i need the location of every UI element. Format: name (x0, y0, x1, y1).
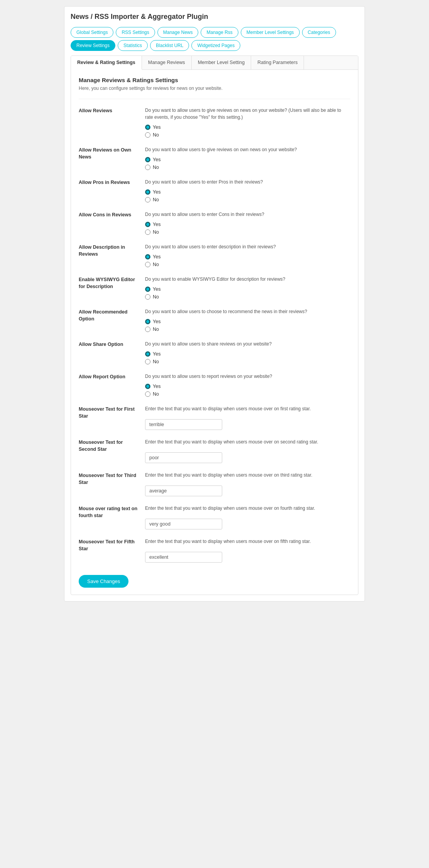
setting-label-6: Allow Recommended Option (79, 308, 140, 322)
radio-label-yes-8[interactable]: Yes (145, 384, 350, 389)
setting-label-0: Allow Reviews (79, 107, 140, 115)
top-nav-btn-manage-news[interactable]: Manage News (157, 27, 199, 38)
setting-row-5: Enable WYSIWYG Editor for DescriptionDo … (79, 276, 350, 300)
radio-label-no-2[interactable]: No (145, 197, 350, 202)
radio-input-yes-3[interactable] (145, 222, 150, 227)
setting-content-0: Do you want to allow users to give revie… (140, 107, 350, 138)
setting-row-7: Allow Share OptionDo you want to allow u… (79, 340, 350, 364)
setting-row-4: Allow Description in ReviewsDo you want … (79, 243, 350, 267)
radio-input-yes-5[interactable] (145, 287, 150, 292)
radio-label-yes-5[interactable]: Yes (145, 287, 350, 292)
radio-text-no-1: No (153, 165, 159, 170)
radio-label-no-6[interactable]: No (145, 327, 350, 332)
radio-label-no-4[interactable]: No (145, 262, 350, 267)
setting-label-11: Mouseover Text for Third Star (79, 472, 140, 486)
setting-row-1: Allow Reviews on Own NewsDo you want to … (79, 146, 350, 170)
top-nav-btn-blacklist-url[interactable]: Blacklist URL (150, 40, 189, 51)
text-input-13[interactable] (145, 552, 222, 563)
radio-label-yes-7[interactable]: Yes (145, 351, 350, 357)
radio-label-no-5[interactable]: No (145, 294, 350, 300)
radio-group-3: YesNo (145, 222, 350, 235)
setting-row-6: Allow Recommended OptionDo you want to a… (79, 308, 350, 332)
setting-row-12: Mouse over rating text on fourth starEnt… (79, 505, 350, 529)
radio-input-no-1[interactable] (145, 165, 150, 170)
top-nav-btn-widgetized-pages[interactable]: Widgetized Pages (191, 40, 240, 51)
radio-input-no-0[interactable] (145, 132, 150, 138)
setting-label-13: Mouseover Text for Fifth Star (79, 538, 140, 552)
setting-question-11: Enter the text that you want to display … (145, 472, 350, 479)
radio-input-yes-6[interactable] (145, 319, 150, 324)
radio-label-yes-1[interactable]: Yes (145, 157, 350, 162)
setting-content-10: Enter the text that you want to display … (140, 438, 350, 463)
radio-text-yes-0: Yes (153, 125, 160, 130)
radio-group-7: YesNo (145, 351, 350, 364)
radio-label-no-7[interactable]: No (145, 359, 350, 364)
radio-group-4: YesNo (145, 254, 350, 267)
setting-question-3: Do you want to allow users to enter Cons… (145, 211, 350, 218)
text-input-12[interactable] (145, 519, 222, 529)
top-nav-btn-manage-rss[interactable]: Manage Rss (201, 27, 238, 38)
radio-input-yes-0[interactable] (145, 125, 150, 130)
radio-label-yes-6[interactable]: Yes (145, 319, 350, 324)
radio-input-yes-1[interactable] (145, 157, 150, 162)
radio-text-no-6: No (153, 327, 159, 332)
radio-label-no-8[interactable]: No (145, 391, 350, 397)
radio-input-yes-4[interactable] (145, 254, 150, 260)
radio-group-5: YesNo (145, 287, 350, 300)
setting-row-10: Mouseover Text for Second StarEnter the … (79, 438, 350, 463)
inner-tab-3[interactable]: Rating Parameters (251, 56, 304, 69)
radio-group-1: YesNo (145, 157, 350, 170)
setting-content-3: Do you want to allow users to enter Cons… (140, 211, 350, 235)
radio-input-yes-8[interactable] (145, 384, 150, 389)
radio-label-yes-4[interactable]: Yes (145, 254, 350, 260)
radio-input-yes-2[interactable] (145, 189, 150, 195)
setting-content-8: Do you want to allow users to report rev… (140, 373, 350, 397)
inner-tab-1[interactable]: Manage Reviews (142, 56, 192, 69)
setting-content-5: Do you want to enable WYSIWYG Editor for… (140, 276, 350, 300)
setting-label-2: Allow Pros in Reviews (79, 179, 140, 186)
radio-text-yes-4: Yes (153, 254, 160, 260)
radio-input-no-3[interactable] (145, 229, 150, 235)
top-nav-btn-categories[interactable]: Categories (302, 27, 336, 38)
radio-label-yes-0[interactable]: Yes (145, 125, 350, 130)
radio-text-no-8: No (153, 391, 159, 397)
save-changes-button[interactable]: Save Changes (79, 575, 128, 588)
top-nav-btn-statistics[interactable]: Statistics (118, 40, 148, 51)
inner-tab-2[interactable]: Member Level Setting (192, 56, 252, 69)
radio-label-yes-3[interactable]: Yes (145, 222, 350, 227)
radio-input-no-6[interactable] (145, 327, 150, 332)
text-input-10[interactable] (145, 452, 222, 463)
radio-input-no-2[interactable] (145, 197, 150, 202)
setting-question-7: Do you want to allow users to share revi… (145, 340, 350, 347)
setting-question-5: Do you want to enable WYSIWYG Editor for… (145, 276, 350, 283)
radio-label-no-0[interactable]: No (145, 132, 350, 138)
top-nav: Global SettingsRSS SettingsManage NewsMa… (71, 27, 358, 51)
radio-text-yes-2: Yes (153, 189, 160, 195)
radio-text-no-4: No (153, 262, 159, 267)
radio-text-no-3: No (153, 229, 159, 235)
radio-group-8: YesNo (145, 384, 350, 397)
radio-text-yes-5: Yes (153, 287, 160, 292)
radio-text-no-0: No (153, 132, 159, 138)
setting-label-4: Allow Description in Reviews (79, 243, 140, 258)
text-input-9[interactable] (145, 419, 222, 430)
radio-input-no-5[interactable] (145, 294, 150, 300)
radio-input-yes-7[interactable] (145, 351, 150, 357)
top-nav-btn-global-settings[interactable]: Global Settings (71, 27, 113, 38)
radio-group-0: YesNo (145, 125, 350, 138)
inner-tab-0[interactable]: Review & Rating Settings (71, 56, 142, 70)
top-nav-btn-rss-settings[interactable]: RSS Settings (116, 27, 155, 38)
radio-label-no-3[interactable]: No (145, 229, 350, 235)
radio-label-yes-2[interactable]: Yes (145, 189, 350, 195)
setting-question-9: Enter the text that you want to display … (145, 405, 350, 412)
top-nav-btn-member-level-settings[interactable]: Member Level Settings (241, 27, 300, 38)
radio-label-no-1[interactable]: No (145, 165, 350, 170)
radio-input-no-7[interactable] (145, 359, 150, 364)
setting-question-10: Enter the text that you want to display … (145, 438, 350, 445)
text-input-11[interactable] (145, 485, 222, 496)
radio-input-no-4[interactable] (145, 262, 150, 267)
section-desc: Here, you can configure settings for rev… (79, 86, 350, 91)
radio-input-no-8[interactable] (145, 391, 150, 397)
top-nav-btn-review-settings[interactable]: Review Settings (71, 40, 115, 51)
setting-label-5: Enable WYSIWYG Editor for Description (79, 276, 140, 290)
